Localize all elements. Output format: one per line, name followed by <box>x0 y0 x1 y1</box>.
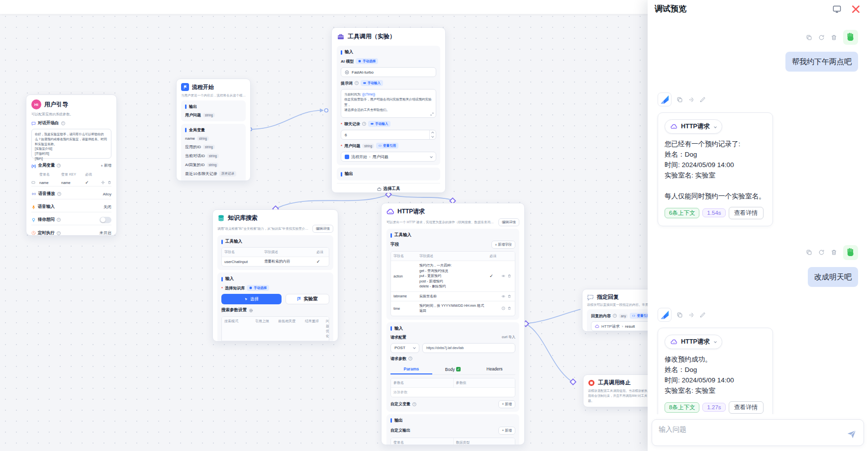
link-icon <box>632 314 635 317</box>
retry-icon[interactable] <box>818 249 825 256</box>
trash-icon[interactable] <box>507 306 511 310</box>
curl-import-button[interactable]: curl 导入 <box>502 335 515 340</box>
info-icon[interactable]: ? <box>613 314 617 318</box>
voice-icon[interactable] <box>688 312 694 318</box>
view-details-button[interactable]: 查看详情 <box>729 401 764 414</box>
info-icon[interactable]: ? <box>408 357 412 361</box>
view-details-button[interactable]: 查看详情 <box>729 207 764 219</box>
url-input[interactable]: https://dxbs7j.laf.dev/lab <box>422 343 515 353</box>
global-vars-label: 全局变量 <box>38 163 55 169</box>
node-tool-call[interactable]: 工具调用（实验） 通过AI模型自动选择一个或多个功能块进行调用，也可以对插件进行… <box>331 27 446 193</box>
ai-model-select[interactable]: FastAI-turbo <box>341 67 436 77</box>
info-icon[interactable]: ? <box>61 121 65 125</box>
debug-preview-panel: 调试预览 帮我约下午两点吧 HTTP <box>648 0 868 451</box>
info-icon[interactable]: ? <box>57 164 61 168</box>
select-kb-button[interactable]: 选择 <box>221 294 282 304</box>
clock-icon[interactable] <box>501 306 505 310</box>
tab-body[interactable]: Body✓ <box>432 364 474 374</box>
edit-details-button[interactable]: 编辑详情 <box>498 218 519 226</box>
col-header: 搜索模式 <box>222 317 253 341</box>
kb-dataset-button[interactable]: 实验室 <box>286 294 329 304</box>
manual-select-badge: 手动选择 <box>247 285 269 291</box>
fastgpt-logo-icon <box>659 309 670 320</box>
voice-icon[interactable] <box>688 96 694 103</box>
type-badge: string <box>362 144 374 148</box>
number-stepper[interactable] <box>429 130 436 139</box>
section-output-label: 输出 <box>390 418 515 424</box>
expand-icon[interactable] <box>430 112 434 116</box>
node-flow-start[interactable]: 流程开始 当用户发送一个内容后，流程将会从这个模块开始执行。 输出 用户问题 s… <box>176 79 251 181</box>
info-icon[interactable]: ? <box>57 192 61 196</box>
history-count-input[interactable]: 6 <box>341 130 436 140</box>
trash-icon[interactable] <box>107 180 111 184</box>
user-message-bubble[interactable]: 帮我约下午两点吧 <box>785 52 858 72</box>
context-badge[interactable]: 6条上下文 <box>665 208 699 218</box>
guess-ask-toggle[interactable] <box>99 217 111 223</box>
eye-icon[interactable] <box>501 274 505 278</box>
monitor-icon[interactable] <box>832 4 842 14</box>
gear-icon[interactable] <box>249 308 253 313</box>
tab-params[interactable]: Params <box>390 364 432 374</box>
col-header: 问题优化 <box>323 317 329 341</box>
history-label: 聊天记录 <box>344 121 360 127</box>
add-custom-output-button[interactable]: + 新增 <box>498 427 515 435</box>
close-icon[interactable] <box>851 4 861 14</box>
delete-icon[interactable] <box>831 249 837 256</box>
retry-icon[interactable] <box>818 34 825 41</box>
chat-opening-icon <box>31 121 36 126</box>
user-message-bubble[interactable]: 改成明天吧 <box>808 267 858 287</box>
schedule-value[interactable]: 未开启 <box>99 230 111 236</box>
context-badge[interactable]: 8条上下文 <box>665 402 699 413</box>
stt-value[interactable]: 关闭 <box>103 204 111 210</box>
add-custom-var-button[interactable]: + 新增 <box>498 400 515 408</box>
template-var: {{cTime}} <box>362 92 375 96</box>
custom-var-label: 自定义变量 <box>390 401 410 407</box>
copy-icon[interactable] <box>676 312 683 318</box>
copy-icon[interactable] <box>806 34 812 41</box>
node-http-request[interactable]: HTTP请求 可以发出一个 HTTP 请求，实现更为复杂的操作（联网搜索、数据库… <box>381 203 525 445</box>
opening-textarea[interactable]: 你好，我是实验室助手，请问有什么可以帮助你的么？如需预约或修改预约实验室，请提供… <box>31 129 111 159</box>
info-icon[interactable]: ? <box>412 402 416 406</box>
info-icon[interactable]: ? <box>355 81 359 85</box>
add-variable-button[interactable]: + 新增 <box>101 163 111 168</box>
type-badge: string <box>203 180 215 181</box>
copy-icon[interactable] <box>806 249 812 256</box>
variables-icon: {x} <box>31 164 36 168</box>
col-header: 结果重排 <box>302 317 323 341</box>
question-source-select[interactable]: 流程开始 › 用户问题 <box>341 152 436 162</box>
prompt-textarea[interactable]: 当前时间为: {{cTime}} 你是实验室助手，用户可能会询问实验室相关介绍或… <box>341 89 436 118</box>
delete-icon[interactable] <box>831 34 837 41</box>
gear-icon[interactable] <box>101 180 105 184</box>
tool-run-pill[interactable]: HTTP请求 <box>665 335 722 349</box>
ai-model-label: AI 模型 <box>341 59 354 64</box>
edit-details-button[interactable]: 编辑详情 <box>312 225 333 233</box>
select-tool-label[interactable]: 选择工具 <box>384 186 400 192</box>
info-icon[interactable]: ? <box>57 231 61 235</box>
chat-input[interactable] <box>652 420 864 446</box>
section-output-label: 输出 <box>341 171 436 177</box>
cross-icon: ✕ <box>323 341 329 342</box>
node-desc: 当用户发送一个内容后，流程将会从这个模块开始执行。 <box>181 93 246 98</box>
eye-icon[interactable] <box>501 294 505 298</box>
db-mini-icon <box>249 286 252 289</box>
add-field-button[interactable]: + 新增字段 <box>491 241 515 249</box>
node-user-guide[interactable]: Hi 用户引导 可以配置应用的系统参数。 对话开场白 ? 你好，我是实验室助手，… <box>26 94 117 236</box>
tool-run-pill[interactable]: HTTP请求 <box>665 119 722 134</box>
bulb-icon <box>31 218 36 222</box>
node-title: 工具调用（实验） <box>348 32 395 41</box>
info-icon[interactable]: ? <box>57 218 61 222</box>
node-kb-search[interactable]: 知识库搜索 调用"语义检索"和"全文检索"能力，从"知识库"中查找实验室介绍和使… <box>212 209 338 342</box>
chat-input-box[interactable] <box>652 419 864 446</box>
method-select[interactable]: POST <box>390 343 419 353</box>
tab-headers[interactable]: Headers <box>474 364 515 374</box>
edit-icon[interactable] <box>699 312 706 318</box>
send-icon[interactable] <box>846 429 857 440</box>
tts-value[interactable]: Alloy <box>103 192 111 196</box>
trash-icon[interactable] <box>507 274 511 278</box>
col-header: 引用上限 <box>253 317 276 341</box>
copy-icon[interactable] <box>676 96 683 103</box>
info-icon[interactable]: ? <box>362 122 366 126</box>
edit-icon[interactable] <box>699 96 706 103</box>
trash-icon[interactable] <box>507 294 511 298</box>
add-param-placeholder[interactable]: 添加参数 <box>391 388 515 397</box>
